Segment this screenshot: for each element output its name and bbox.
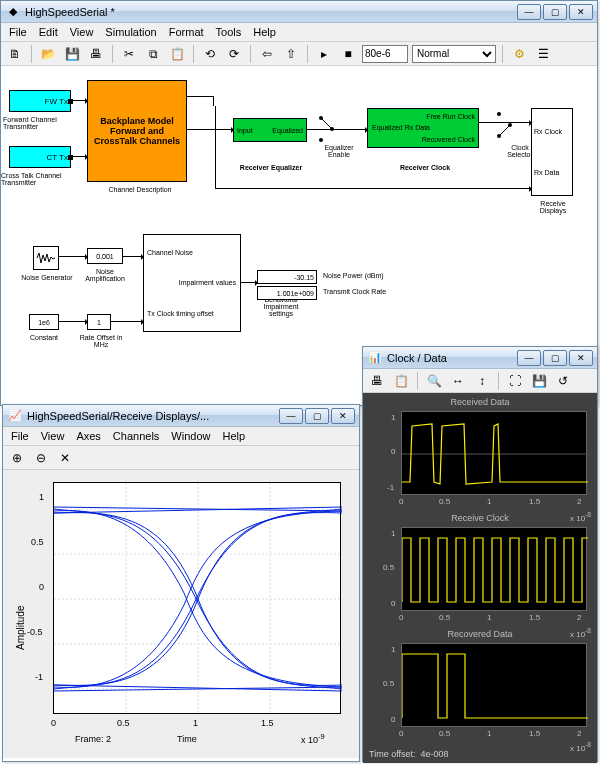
menu-view[interactable]: View xyxy=(70,26,94,38)
eye-title: HighSpeedSerial/Receive Displays/... xyxy=(27,410,279,422)
scope-zoomy-icon[interactable]: ↕ xyxy=(472,371,492,391)
block-ct-tx[interactable]: CT Tx xyxy=(9,146,71,168)
block-noise-amp-val[interactable]: 0.001 xyxy=(87,248,123,264)
main-menubar: File Edit View Simulation Format Tools H… xyxy=(1,23,597,42)
eye-menu-help[interactable]: Help xyxy=(222,430,245,442)
label-recovered-data: Recovered Data xyxy=(363,629,597,639)
eye-minimize-button[interactable]: — xyxy=(279,408,303,424)
label-received-data: Received Data xyxy=(363,397,597,407)
label-channel-desc: Channel Description xyxy=(105,186,175,193)
undo-icon[interactable]: ⟲ xyxy=(200,44,220,64)
block-receiver-clock[interactable]: Free Run Clock Equalized Rx Data Recover… xyxy=(367,108,479,148)
autoscale-icon[interactable]: ✕ xyxy=(55,448,75,468)
nav-back-icon[interactable]: ⇦ xyxy=(257,44,277,64)
eye-maximize-button[interactable]: ▢ xyxy=(305,408,329,424)
label-crosstalk-tx: Cross Talk Channel Transmitter xyxy=(1,172,77,186)
main-titlebar[interactable]: ◆ HighSpeedSerial * — ▢ ✕ xyxy=(1,1,597,23)
copy-icon[interactable]: ⧉ xyxy=(143,44,163,64)
new-icon[interactable]: 🗎 xyxy=(5,44,25,64)
stop-icon[interactable]: ■ xyxy=(338,44,358,64)
scope-restore-icon[interactable]: ↺ xyxy=(553,371,573,391)
save-icon[interactable]: 💾 xyxy=(62,44,82,64)
plot-receive-clock[interactable] xyxy=(401,527,587,611)
minimize-button[interactable]: — xyxy=(517,4,541,20)
clock-titlebar[interactable]: 📊 Clock / Data — ▢ ✕ xyxy=(363,347,597,369)
display-transmit-rate[interactable]: 1.001e+009 xyxy=(257,286,317,300)
zoom-out-icon[interactable]: ⊖ xyxy=(31,448,51,468)
stop-time-input[interactable] xyxy=(362,45,408,63)
svg-line-7 xyxy=(499,125,510,136)
eye-window: 📈 HighSpeedSerial/Receive Displays/... —… xyxy=(2,404,360,762)
eye-close-button[interactable]: ✕ xyxy=(331,408,355,424)
display-noise-power[interactable]: -30.15 xyxy=(257,270,317,284)
block-fw-tx[interactable]: FW Tx xyxy=(9,90,71,112)
label-noise-gen: Noise Generator xyxy=(19,274,75,281)
menu-simulation[interactable]: Simulation xyxy=(105,26,156,38)
eye-menu-channels[interactable]: Channels xyxy=(113,430,159,442)
nav-up-icon[interactable]: ⇧ xyxy=(281,44,301,64)
label-receive-displays: Receive Displays xyxy=(531,200,575,214)
play-icon[interactable]: ▸ xyxy=(314,44,334,64)
svg-line-3 xyxy=(321,118,332,129)
block-constant[interactable]: 1e6 xyxy=(29,314,59,330)
eye-menu-axes[interactable]: Axes xyxy=(76,430,100,442)
zoom-in-icon[interactable]: ⊕ xyxy=(7,448,27,468)
clock-toolbar: 🖶 📋 🔍 ↔ ↕ ⛶ 💾 ↺ xyxy=(363,369,597,393)
cut-icon[interactable]: ✂ xyxy=(119,44,139,64)
clock-close-button[interactable]: ✕ xyxy=(569,350,593,366)
time-offset: Time offset: 4e-008 xyxy=(369,749,449,759)
clock-maximize-button[interactable]: ▢ xyxy=(543,350,567,366)
switch-eq[interactable] xyxy=(317,114,335,144)
scope-zoom-icon[interactable]: 🔍 xyxy=(424,371,444,391)
clock-minimize-button[interactable]: — xyxy=(517,350,541,366)
close-button[interactable]: ✕ xyxy=(569,4,593,20)
block-impairment[interactable]: Channel Noise Impairment values Tx Clock… xyxy=(143,234,241,332)
menu-edit[interactable]: Edit xyxy=(39,26,58,38)
scope-zoomx-icon[interactable]: ↔ xyxy=(448,371,468,391)
switch-clock[interactable] xyxy=(495,110,513,140)
maximize-button[interactable]: ▢ xyxy=(543,4,567,20)
scope-icon: 📊 xyxy=(367,350,383,366)
paste-icon[interactable]: 📋 xyxy=(167,44,187,64)
eye-plot[interactable] xyxy=(53,482,341,714)
menu-tools[interactable]: Tools xyxy=(216,26,242,38)
label-forward-tx: Forward Channel Transmitter xyxy=(3,116,75,130)
open-icon[interactable]: 📂 xyxy=(38,44,58,64)
menu-format[interactable]: Format xyxy=(169,26,204,38)
target-icon[interactable]: ☰ xyxy=(533,44,553,64)
svg-point-4 xyxy=(497,112,501,116)
eye-menu-file[interactable]: File xyxy=(11,430,29,442)
scope-autoscale-icon[interactable]: ⛶ xyxy=(505,371,525,391)
xlabel-time: Time xyxy=(177,734,197,744)
redo-icon[interactable]: ⟳ xyxy=(224,44,244,64)
eye-menubar: File View Axes Channels Window Help xyxy=(3,427,359,446)
app-icon: ◆ xyxy=(5,4,21,20)
clock-window: 📊 Clock / Data — ▢ ✕ 🖶 📋 🔍 ↔ ↕ ⛶ 💾 ↺ Rec… xyxy=(362,346,598,762)
scope-save-icon[interactable]: 💾 xyxy=(529,371,549,391)
label-rate-offset: Rate Offset in MHz xyxy=(75,334,127,348)
sim-mode-select[interactable]: Normal xyxy=(412,45,496,63)
plot-recovered-data[interactable] xyxy=(401,643,587,727)
menu-help[interactable]: Help xyxy=(253,26,276,38)
block-noise-gen[interactable] xyxy=(33,246,59,270)
block-backplane[interactable]: Backplane Model Forward and CrossTalk Ch… xyxy=(87,80,187,182)
eye-menu-window[interactable]: Window xyxy=(171,430,210,442)
print-icon[interactable]: 🖶 xyxy=(86,44,106,64)
label-transmit-rate: Transmit Clock Rate xyxy=(323,288,386,295)
eye-content: Amplitude 1 0.5 0 xyxy=(3,470,359,758)
scope-params-icon[interactable]: 📋 xyxy=(391,371,411,391)
block-receiver-eq[interactable]: InputEqualized xyxy=(233,118,307,142)
scope-print-icon[interactable]: 🖶 xyxy=(367,371,387,391)
label-receive-clock: Receive Clock xyxy=(363,513,597,523)
ylabel-amplitude: Amplitude xyxy=(15,606,26,650)
main-title: HighSpeedSerial * xyxy=(25,6,517,18)
eye-titlebar[interactable]: 📈 HighSpeedSerial/Receive Displays/... —… xyxy=(3,405,359,427)
build-icon[interactable]: ⚙ xyxy=(509,44,529,64)
plot-received-data[interactable] xyxy=(401,411,587,495)
main-toolbar: 🗎 📂 💾 🖶 ✂ ⧉ 📋 ⟲ ⟳ ⇦ ⇧ ▸ ■ Normal ⚙ ☰ xyxy=(1,42,597,66)
label-noise-amp: Noise Amplification xyxy=(79,268,131,282)
block-receive-displays[interactable]: Rx Clock Rx Data xyxy=(531,108,573,196)
menu-file[interactable]: File xyxy=(9,26,27,38)
label-eq-enable: Equalizer Enable xyxy=(315,144,363,158)
eye-menu-view[interactable]: View xyxy=(41,430,65,442)
